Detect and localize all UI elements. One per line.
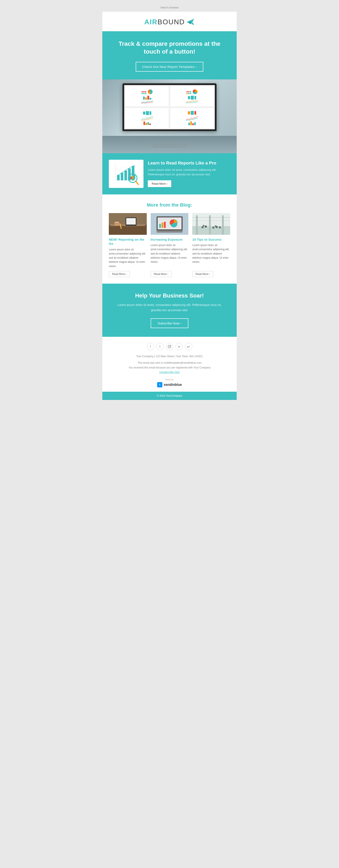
blog-image-1: [109, 213, 147, 235]
hero-laptop-image: [102, 80, 237, 153]
feature-title: Learn to Read Reports Like a Pro: [148, 161, 230, 165]
blog-card-desc-2: Lorem ipsum dolor sit amet,consectetur a…: [150, 243, 189, 268]
blog-card-desc-3: Lorem ipsum dolor sit amet,consectetur a…: [192, 243, 230, 268]
blog-card-title-2: Increasing Exposure: [150, 238, 189, 242]
svg-rect-28: [115, 222, 119, 223]
logo-air: AIR: [144, 18, 158, 26]
blog-read-more-button-3[interactable]: Read More ›: [192, 271, 213, 277]
feature-read-more-button[interactable]: Read More ›: [148, 180, 171, 187]
footer-address: Your Company | 123 Main Street | Your To…: [109, 354, 230, 359]
svg-rect-37: [162, 223, 163, 228]
svg-rect-19: [132, 176, 134, 179]
svg-point-48: [205, 225, 207, 228]
blog-section-title: More from the Blog:: [109, 202, 230, 208]
blog-card-1: NEW! Reporting on the Go Lorem ipsum dol…: [109, 213, 147, 277]
svg-point-52: [203, 225, 205, 226]
svg-rect-54: [168, 345, 171, 348]
feature-text: Learn to Read Reports Like a Pro Lorem i…: [148, 161, 230, 187]
blog-read-more-button-1[interactable]: Read More ›: [109, 271, 130, 277]
svg-rect-38: [164, 222, 166, 228]
blog-image-2: [150, 213, 189, 235]
svg-rect-18: [131, 177, 132, 179]
svg-point-53: [215, 225, 216, 227]
blog-card-title-1: NEW! Reporting on the Go: [109, 238, 147, 246]
svg-rect-20: [134, 175, 135, 179]
unsubscribe-link[interactable]: Unsubscribe here: [159, 371, 180, 374]
svg-rect-40: [192, 213, 230, 226]
copyright-text: © 2016 YourCompany: [157, 394, 182, 397]
blog-card-2: Increasing Exposure Lorem ipsum dolor si…: [150, 213, 189, 277]
blog-read-more-button-2[interactable]: Read More ›: [150, 271, 172, 277]
blog-grid: NEW! Reporting on the Go Lorem ipsum dol…: [109, 213, 230, 277]
hero-section: Track & compare promotions at the touch …: [102, 31, 237, 80]
svg-rect-42: [196, 215, 198, 235]
logo-plane-icon: [187, 18, 195, 26]
svg-rect-11: [125, 170, 127, 180]
hero-title: Track & compare promotions at the touch …: [115, 40, 224, 56]
cta-section: Help Your Business Soar! Lorem ipsum dol…: [102, 284, 237, 337]
cta-title: Help Your Business Soar!: [115, 292, 224, 299]
svg-rect-25: [126, 218, 136, 225]
svg-rect-34: [159, 219, 172, 219]
feature-description: Lorem ipsum dolor sit amet, consectetur …: [148, 168, 230, 177]
blog-image-3: [192, 213, 230, 235]
svg-rect-9: [117, 175, 120, 180]
svg-point-56: [170, 346, 170, 346]
twitter-icon[interactable]: 𝕥: [156, 343, 164, 350]
sendinblue-logo: S sendinblue: [157, 382, 182, 388]
instagram-icon[interactable]: [166, 343, 173, 350]
facebook-icon[interactable]: f: [147, 343, 154, 350]
svg-point-55: [169, 346, 170, 347]
feature-image: [109, 160, 143, 188]
footer-section: f 𝕥 in g+ Your Company | 123 Main Street…: [102, 337, 237, 392]
googleplus-icon[interactable]: g+: [185, 343, 192, 350]
blog-card-3: 10 Tips to Success Lorem ipsum dolor sit…: [192, 213, 230, 277]
sendinblue-icon: S: [157, 382, 162, 388]
svg-point-49: [212, 226, 214, 229]
footer-bottom: © 2016 YourCompany: [102, 392, 237, 400]
hero-cta-button[interactable]: Check Out New Report Templates ›: [136, 62, 203, 72]
blog-section: More from the Blog:: [102, 194, 237, 284]
sendinblue-name: sendinblue: [164, 383, 182, 387]
blog-card-title-3: 10 Tips to Success: [192, 238, 230, 242]
svg-text:S: S: [159, 384, 160, 386]
subscribe-button[interactable]: Subscribe Now ›: [150, 318, 189, 328]
linkedin-icon[interactable]: in: [175, 343, 183, 350]
svg-rect-22: [109, 225, 147, 235]
cta-description: Lorem ipsum dolor sit amet, consectetur …: [115, 303, 224, 313]
svg-rect-36: [159, 224, 161, 228]
social-icons-row: f 𝕥 in g+: [109, 343, 230, 350]
sent-by-label: Sent by: [109, 378, 230, 381]
logo-bound: BOUND: [158, 18, 185, 26]
svg-rect-43: [209, 215, 211, 235]
view-in-browser-link[interactable]: View in browser: [102, 4, 237, 12]
logo-section: AIRBOUND: [102, 12, 237, 31]
blog-card-desc-1: Lorem ipsum dolor sit amet,consectetur a…: [109, 248, 147, 269]
svg-rect-10: [121, 173, 123, 180]
svg-rect-44: [222, 215, 224, 235]
footer-email-notice: This email was sent to buildtemplates@se…: [109, 361, 230, 375]
svg-rect-41: [192, 226, 230, 235]
feature-section: Learn to Read Reports Like a Pro Lorem i…: [102, 153, 237, 194]
svg-point-51: [219, 226, 221, 228]
